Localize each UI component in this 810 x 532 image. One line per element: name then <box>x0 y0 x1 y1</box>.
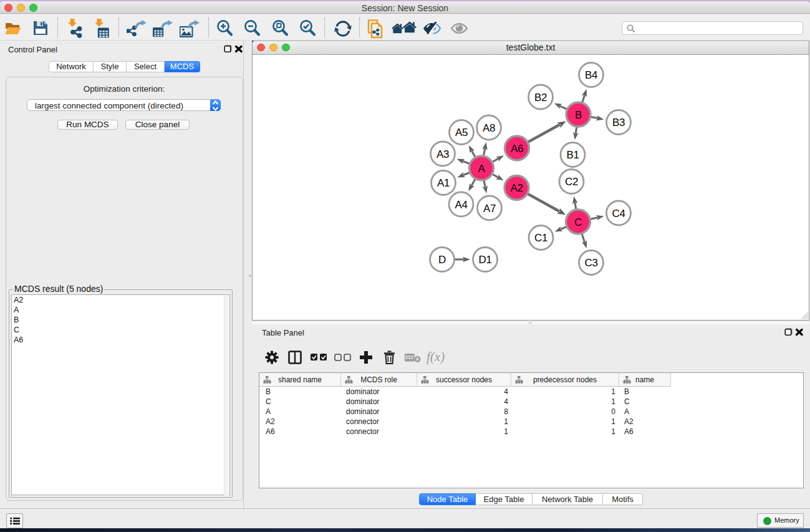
svg-text:B4: B4 <box>585 69 597 81</box>
svg-text:B2: B2 <box>534 92 547 104</box>
svg-text:B3: B3 <box>612 117 625 128</box>
svg-text:A3: A3 <box>436 148 449 160</box>
svg-text:A5: A5 <box>455 127 468 138</box>
svg-text:A8: A8 <box>483 122 495 134</box>
svg-text:D1: D1 <box>479 254 492 266</box>
svg-text:C1: C1 <box>534 232 547 244</box>
svg-text:A2: A2 <box>511 182 523 194</box>
svg-text:A7: A7 <box>483 203 496 215</box>
svg-text:C: C <box>574 216 582 228</box>
svg-text:A4: A4 <box>455 199 468 211</box>
svg-text:A: A <box>478 163 486 175</box>
svg-text:B1: B1 <box>567 149 579 161</box>
svg-text:C4: C4 <box>612 208 625 220</box>
svg-text:C2: C2 <box>565 176 578 188</box>
svg-text:A6: A6 <box>511 143 523 155</box>
svg-text:D: D <box>438 254 446 266</box>
svg-text:B: B <box>575 109 582 121</box>
svg-text:C3: C3 <box>585 257 598 269</box>
svg-text:A1: A1 <box>437 177 450 189</box>
